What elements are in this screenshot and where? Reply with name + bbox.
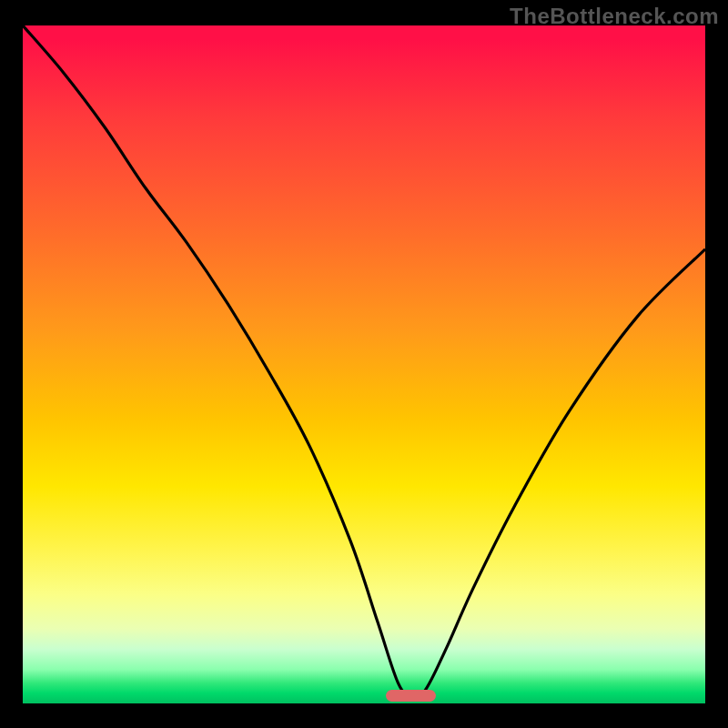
bottleneck-curve <box>23 25 705 703</box>
plot-area <box>23 25 705 703</box>
watermark-text: TheBottleneck.com <box>510 4 719 29</box>
curve-path <box>23 25 705 697</box>
optimal-range-bar <box>386 690 436 702</box>
chart-frame: TheBottleneck.com <box>0 0 728 728</box>
